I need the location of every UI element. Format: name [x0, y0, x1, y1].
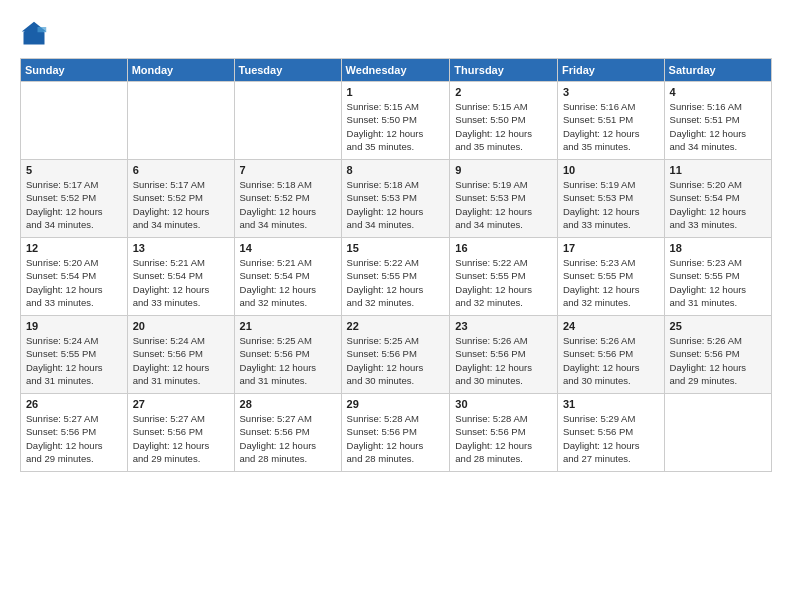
day-number: 22 [347, 320, 445, 332]
calendar-cell: 20Sunrise: 5:24 AM Sunset: 5:56 PM Dayli… [127, 316, 234, 394]
day-info: Sunrise: 5:20 AM Sunset: 5:54 PM Dayligh… [26, 256, 122, 309]
day-number: 12 [26, 242, 122, 254]
calendar-cell: 26Sunrise: 5:27 AM Sunset: 5:56 PM Dayli… [21, 394, 128, 472]
calendar-cell: 29Sunrise: 5:28 AM Sunset: 5:56 PM Dayli… [341, 394, 450, 472]
calendar-cell: 3Sunrise: 5:16 AM Sunset: 5:51 PM Daylig… [557, 82, 664, 160]
day-info: Sunrise: 5:23 AM Sunset: 5:55 PM Dayligh… [563, 256, 659, 309]
calendar-cell: 31Sunrise: 5:29 AM Sunset: 5:56 PM Dayli… [557, 394, 664, 472]
calendar-cell [664, 394, 771, 472]
calendar: SundayMondayTuesdayWednesdayThursdayFrid… [20, 58, 772, 472]
calendar-cell: 12Sunrise: 5:20 AM Sunset: 5:54 PM Dayli… [21, 238, 128, 316]
day-number: 1 [347, 86, 445, 98]
day-number: 31 [563, 398, 659, 410]
day-number: 23 [455, 320, 552, 332]
weekday-header: Sunday [21, 59, 128, 82]
day-number: 19 [26, 320, 122, 332]
day-number: 25 [670, 320, 766, 332]
calendar-cell: 28Sunrise: 5:27 AM Sunset: 5:56 PM Dayli… [234, 394, 341, 472]
day-info: Sunrise: 5:24 AM Sunset: 5:56 PM Dayligh… [133, 334, 229, 387]
calendar-week-row: 5Sunrise: 5:17 AM Sunset: 5:52 PM Daylig… [21, 160, 772, 238]
calendar-cell: 10Sunrise: 5:19 AM Sunset: 5:53 PM Dayli… [557, 160, 664, 238]
calendar-cell: 9Sunrise: 5:19 AM Sunset: 5:53 PM Daylig… [450, 160, 558, 238]
day-info: Sunrise: 5:27 AM Sunset: 5:56 PM Dayligh… [133, 412, 229, 465]
day-number: 20 [133, 320, 229, 332]
day-number: 26 [26, 398, 122, 410]
calendar-cell: 22Sunrise: 5:25 AM Sunset: 5:56 PM Dayli… [341, 316, 450, 394]
calendar-cell [21, 82, 128, 160]
day-number: 30 [455, 398, 552, 410]
weekday-header: Wednesday [341, 59, 450, 82]
calendar-cell: 7Sunrise: 5:18 AM Sunset: 5:52 PM Daylig… [234, 160, 341, 238]
day-info: Sunrise: 5:19 AM Sunset: 5:53 PM Dayligh… [455, 178, 552, 231]
day-number: 9 [455, 164, 552, 176]
day-number: 18 [670, 242, 766, 254]
day-number: 21 [240, 320, 336, 332]
weekday-header: Tuesday [234, 59, 341, 82]
day-info: Sunrise: 5:28 AM Sunset: 5:56 PM Dayligh… [347, 412, 445, 465]
calendar-week-row: 26Sunrise: 5:27 AM Sunset: 5:56 PM Dayli… [21, 394, 772, 472]
day-info: Sunrise: 5:23 AM Sunset: 5:55 PM Dayligh… [670, 256, 766, 309]
calendar-week-row: 12Sunrise: 5:20 AM Sunset: 5:54 PM Dayli… [21, 238, 772, 316]
day-number: 2 [455, 86, 552, 98]
day-info: Sunrise: 5:22 AM Sunset: 5:55 PM Dayligh… [455, 256, 552, 309]
day-number: 13 [133, 242, 229, 254]
svg-marker-0 [24, 24, 45, 45]
calendar-cell: 6Sunrise: 5:17 AM Sunset: 5:52 PM Daylig… [127, 160, 234, 238]
header [20, 18, 772, 48]
logo [20, 18, 52, 48]
weekday-header: Thursday [450, 59, 558, 82]
page: SundayMondayTuesdayWednesdayThursdayFrid… [0, 0, 792, 612]
day-info: Sunrise: 5:16 AM Sunset: 5:51 PM Dayligh… [563, 100, 659, 153]
day-info: Sunrise: 5:28 AM Sunset: 5:56 PM Dayligh… [455, 412, 552, 465]
day-info: Sunrise: 5:18 AM Sunset: 5:52 PM Dayligh… [240, 178, 336, 231]
day-info: Sunrise: 5:17 AM Sunset: 5:52 PM Dayligh… [26, 178, 122, 231]
day-number: 5 [26, 164, 122, 176]
day-number: 10 [563, 164, 659, 176]
day-info: Sunrise: 5:20 AM Sunset: 5:54 PM Dayligh… [670, 178, 766, 231]
calendar-cell [127, 82, 234, 160]
weekday-row: SundayMondayTuesdayWednesdayThursdayFrid… [21, 59, 772, 82]
calendar-header: SundayMondayTuesdayWednesdayThursdayFrid… [21, 59, 772, 82]
logo-icon [20, 20, 48, 48]
day-info: Sunrise: 5:18 AM Sunset: 5:53 PM Dayligh… [347, 178, 445, 231]
calendar-body: 1Sunrise: 5:15 AM Sunset: 5:50 PM Daylig… [21, 82, 772, 472]
weekday-header: Monday [127, 59, 234, 82]
calendar-cell: 21Sunrise: 5:25 AM Sunset: 5:56 PM Dayli… [234, 316, 341, 394]
weekday-header: Friday [557, 59, 664, 82]
day-number: 4 [670, 86, 766, 98]
calendar-cell [234, 82, 341, 160]
day-info: Sunrise: 5:26 AM Sunset: 5:56 PM Dayligh… [563, 334, 659, 387]
day-info: Sunrise: 5:29 AM Sunset: 5:56 PM Dayligh… [563, 412, 659, 465]
day-info: Sunrise: 5:21 AM Sunset: 5:54 PM Dayligh… [240, 256, 336, 309]
calendar-cell: 8Sunrise: 5:18 AM Sunset: 5:53 PM Daylig… [341, 160, 450, 238]
day-number: 29 [347, 398, 445, 410]
calendar-cell: 15Sunrise: 5:22 AM Sunset: 5:55 PM Dayli… [341, 238, 450, 316]
calendar-cell: 19Sunrise: 5:24 AM Sunset: 5:55 PM Dayli… [21, 316, 128, 394]
day-info: Sunrise: 5:15 AM Sunset: 5:50 PM Dayligh… [455, 100, 552, 153]
day-info: Sunrise: 5:16 AM Sunset: 5:51 PM Dayligh… [670, 100, 766, 153]
calendar-week-row: 1Sunrise: 5:15 AM Sunset: 5:50 PM Daylig… [21, 82, 772, 160]
calendar-cell: 27Sunrise: 5:27 AM Sunset: 5:56 PM Dayli… [127, 394, 234, 472]
day-number: 15 [347, 242, 445, 254]
day-info: Sunrise: 5:17 AM Sunset: 5:52 PM Dayligh… [133, 178, 229, 231]
day-info: Sunrise: 5:25 AM Sunset: 5:56 PM Dayligh… [240, 334, 336, 387]
calendar-cell: 2Sunrise: 5:15 AM Sunset: 5:50 PM Daylig… [450, 82, 558, 160]
calendar-cell: 11Sunrise: 5:20 AM Sunset: 5:54 PM Dayli… [664, 160, 771, 238]
day-number: 17 [563, 242, 659, 254]
day-info: Sunrise: 5:22 AM Sunset: 5:55 PM Dayligh… [347, 256, 445, 309]
day-number: 27 [133, 398, 229, 410]
calendar-cell: 30Sunrise: 5:28 AM Sunset: 5:56 PM Dayli… [450, 394, 558, 472]
day-number: 28 [240, 398, 336, 410]
day-info: Sunrise: 5:26 AM Sunset: 5:56 PM Dayligh… [455, 334, 552, 387]
calendar-cell: 24Sunrise: 5:26 AM Sunset: 5:56 PM Dayli… [557, 316, 664, 394]
calendar-cell: 5Sunrise: 5:17 AM Sunset: 5:52 PM Daylig… [21, 160, 128, 238]
calendar-cell: 14Sunrise: 5:21 AM Sunset: 5:54 PM Dayli… [234, 238, 341, 316]
calendar-cell: 25Sunrise: 5:26 AM Sunset: 5:56 PM Dayli… [664, 316, 771, 394]
calendar-cell: 16Sunrise: 5:22 AM Sunset: 5:55 PM Dayli… [450, 238, 558, 316]
day-info: Sunrise: 5:24 AM Sunset: 5:55 PM Dayligh… [26, 334, 122, 387]
calendar-cell: 23Sunrise: 5:26 AM Sunset: 5:56 PM Dayli… [450, 316, 558, 394]
day-info: Sunrise: 5:27 AM Sunset: 5:56 PM Dayligh… [240, 412, 336, 465]
day-info: Sunrise: 5:27 AM Sunset: 5:56 PM Dayligh… [26, 412, 122, 465]
day-number: 7 [240, 164, 336, 176]
day-info: Sunrise: 5:15 AM Sunset: 5:50 PM Dayligh… [347, 100, 445, 153]
